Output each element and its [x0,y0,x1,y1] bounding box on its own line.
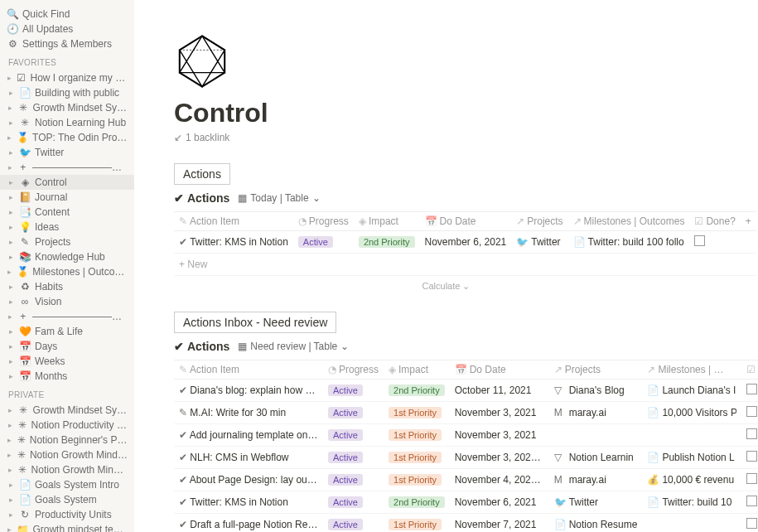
view-tab-today[interactable]: ▦ Today | Table ⌄ [238,192,320,204]
col-header[interactable]: ◔Progress [323,360,384,380]
col-header[interactable]: ◈Impact [354,212,420,231]
col-header[interactable]: ✎Action Item [174,212,293,231]
sidebar-item[interactable]: ▸+——————————— [0,160,134,175]
sidebar-item[interactable]: ▸✳Notion Learning Hub [0,115,134,130]
done-checkbox[interactable] [694,235,705,246]
sidebar-item[interactable]: ▸♻Habits [0,279,134,294]
done-checkbox[interactable] [746,473,757,484]
project-link[interactable]: Twitter [569,496,598,508]
sidebar-item[interactable]: ▸📅Days [0,339,134,354]
milestone-link[interactable]: 10,000 Visitors P [662,407,736,418]
sidebar-item[interactable]: ▸📁Growth mindset templates … [0,522,134,532]
sidebar-item[interactable]: 🔍Quick Find [0,7,134,22]
expand-icon[interactable]: ▸ [7,406,14,414]
sidebar-item[interactable]: ▸🥇TOP: The Odin Project Course [0,130,134,145]
expand-icon[interactable]: ▸ [7,163,14,172]
sidebar-item[interactable]: ▸🐦Twitter [0,145,134,160]
table-row[interactable]: ✎ M.AI: Write for 30 minActive1st Priori… [174,402,758,424]
sidebar-item[interactable]: ▸📑Content [0,205,134,220]
expand-icon[interactable]: ▸ [7,342,15,351]
col-header[interactable]: 📅Do Date [450,360,549,380]
expand-icon[interactable]: ▸ [7,193,15,201]
sidebar-item[interactable]: ▸💡Ideas [0,220,134,235]
table-row[interactable]: ✔ Diana's blog: explain how CMS worksAct… [174,380,758,402]
col-header[interactable]: ☑Done? [689,212,740,231]
col-header[interactable]: ☑Done? [741,360,758,380]
expand-icon[interactable]: ▸ [7,253,15,261]
project-link[interactable]: maray.ai [569,407,606,418]
col-header[interactable]: ◈Impact [384,360,450,380]
expand-icon[interactable]: ▸ [7,268,12,276]
sidebar-item[interactable]: ▸📄Goals System Intro [0,477,134,492]
col-header[interactable]: ◔Progress [293,212,354,231]
col-header[interactable]: 📅Do Date [420,212,512,231]
sidebar-item[interactable]: ▸↻Productivity Units [0,507,134,522]
add-column[interactable]: + [741,212,756,231]
table-row[interactable]: ✔ About Page Design: lay out the structu… [174,469,758,491]
done-checkbox[interactable] [746,428,757,439]
expand-icon[interactable]: ▸ [7,223,15,231]
expand-icon[interactable]: ▸ [7,510,15,519]
sidebar-item[interactable]: ▸✎Projects [0,235,134,249]
project-link[interactable]: maray.ai [569,474,606,486]
table-row[interactable]: ✔ Draft a full-page Notion ResumeActive1… [174,514,758,533]
expand-icon[interactable]: ▸ [7,297,15,306]
sidebar-item[interactable]: ▸📔Journal [0,190,134,205]
col-header[interactable]: ✎Action Item [174,360,323,380]
db-title-inbox[interactable]: ✔ Actions [174,340,229,353]
sidebar-item[interactable]: ▸☑How I organize my producti… [0,70,134,85]
sidebar-item[interactable]: ▸📄Building with public [0,85,134,100]
table-row[interactable]: ✔ Twitter: KMS in NotionActive2nd Priori… [174,491,758,514]
done-checkbox[interactable] [746,451,757,462]
sidebar-item[interactable]: ▸+——————————— [0,309,134,324]
project-link[interactable]: Notion Learnin [569,452,634,463]
db-title-actions[interactable]: ✔ Actions [174,191,229,205]
expand-icon[interactable]: ▸ [7,238,15,246]
expand-icon[interactable]: ▸ [7,118,15,127]
table-row[interactable]: ✔ Twitter: KMS in NotionActive2nd Priori… [174,231,756,254]
expand-icon[interactable]: ▸ [7,178,15,186]
backlink[interactable]: ↙ 1 backlink [174,132,718,143]
expand-icon[interactable]: ▸ [7,148,15,157]
sidebar-item[interactable]: ▸📄Goals System [0,492,134,507]
table-row[interactable]: ✔ Add journaling template on Gumroad.Act… [174,424,758,447]
expand-icon[interactable]: ▸ [7,451,12,459]
sidebar-item[interactable]: ▸✳Notion Growth Mindset OS [0,462,134,477]
view-tab-needreview[interactable]: ▦ Need review | Table ⌄ [238,341,349,352]
col-header[interactable]: ↗Milestones | Outcomes [568,212,690,231]
sidebar-item[interactable]: ▸🥇Milestones | Outcomes | Me… [0,264,134,279]
sidebar-item[interactable]: ▸✳Notion Productivity System [0,418,134,433]
expand-icon[interactable]: ▸ [7,436,12,444]
page-icon[interactable] [174,33,718,89]
milestone-link[interactable]: Twitter: build 100 followers [588,236,685,248]
expand-icon[interactable]: ▸ [7,208,15,216]
sidebar-item[interactable]: ▸✳Notion Beginner's Productiv… [0,433,134,447]
sidebar-item[interactable]: ▸📚Knowledge Hub [0,249,134,264]
calculate[interactable]: Calculate ⌄ [174,276,718,312]
expand-icon[interactable]: ▸ [7,89,15,97]
sidebar-item[interactable]: ▸📅Weeks [0,354,134,369]
expand-icon[interactable]: ▸ [7,327,15,336]
expand-icon[interactable]: ▸ [7,466,13,474]
project-link[interactable]: Twitter [531,236,560,248]
expand-icon[interactable]: ▸ [7,421,13,429]
milestone-link[interactable]: Launch Diana's I [662,384,736,396]
col-header[interactable]: ↗Projects [549,360,643,380]
expand-icon[interactable]: ▸ [7,74,12,82]
sidebar-item[interactable]: 🕘All Updates [0,22,134,36]
expand-icon[interactable]: ▸ [7,525,12,532]
table-row[interactable]: ✔ NLH: CMS in WebflowActive1st PriorityN… [174,447,758,469]
sidebar-item[interactable]: ▸✳Growth Mindset System [0,100,134,115]
expand-icon[interactable]: ▸ [7,133,12,142]
expand-icon[interactable]: ▸ [7,372,15,380]
expand-icon[interactable]: ▸ [7,312,14,321]
expand-icon[interactable]: ▸ [7,481,15,489]
new-row[interactable]: + New [174,254,756,276]
expand-icon[interactable]: ▸ [7,496,15,504]
col-header[interactable]: ↗Projects [511,212,567,231]
done-checkbox[interactable] [746,384,757,394]
done-checkbox[interactable] [746,496,757,506]
milestone-link[interactable]: Twitter: build 10 [662,496,731,508]
sidebar-item[interactable]: ▸📅Months [0,369,134,384]
sidebar-item[interactable]: ⚙Settings & Members [0,36,134,51]
